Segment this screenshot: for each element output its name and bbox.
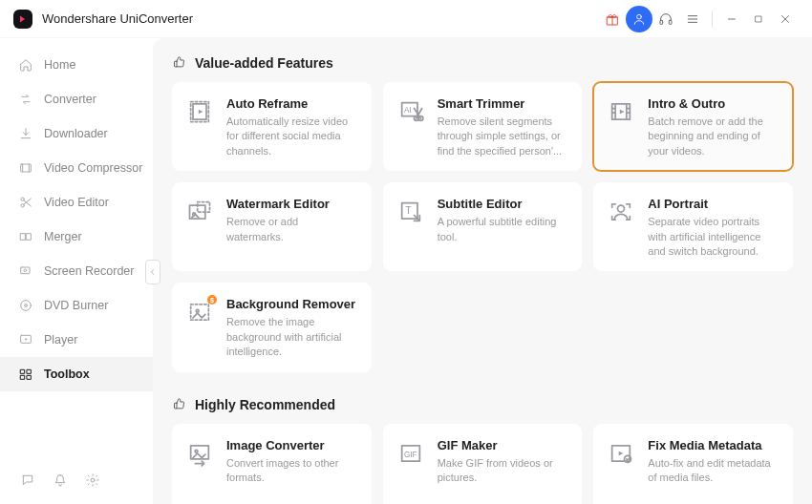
card-smart-trimmer[interactable]: AI Smart TrimmerRemove silent segments t… [383, 82, 583, 171]
svg-text:T: T [405, 205, 412, 217]
sidebar-item-label: Home [44, 58, 75, 72]
svg-point-19 [91, 478, 95, 482]
svg-point-1 [637, 14, 642, 19]
play-icon [17, 331, 34, 348]
card-title: GIF Maker [438, 438, 568, 452]
svg-rect-16 [27, 369, 31, 373]
app-logo [13, 10, 32, 29]
price-badge: $ [207, 295, 217, 304]
watermark-icon [186, 199, 215, 227]
svg-rect-10 [21, 267, 30, 274]
filmstrip-icon [608, 98, 636, 127]
gif-icon: GIF [397, 440, 426, 469]
download-icon [17, 125, 34, 142]
converter-icon [17, 91, 34, 108]
section-heading-recommended: Highly Recommended [172, 397, 793, 412]
sidebar-item-player[interactable]: Player [0, 323, 153, 357]
svg-rect-2 [660, 20, 663, 24]
headset-icon[interactable] [652, 6, 679, 32]
gift-icon[interactable] [599, 6, 626, 32]
sidebar-collapse-handle[interactable] [145, 260, 160, 284]
maximize-button[interactable] [745, 6, 772, 32]
scissors-icon [17, 194, 34, 211]
sidebar: Home Converter Downloader Video Compress… [0, 38, 153, 504]
sidebar-item-downloader[interactable]: Downloader [0, 116, 153, 151]
sidebar-item-label: DVD Burner [44, 299, 108, 312]
svg-point-36 [195, 450, 198, 452]
sidebar-item-video-compressor[interactable]: Video Compressor [0, 151, 153, 185]
card-title: Smart Trimmer [438, 96, 568, 111]
card-desc: Remove silent segments through simple se… [438, 115, 568, 158]
sidebar-item-converter[interactable]: Converter [0, 82, 153, 116]
app-title: Wondershare UniConverter [42, 11, 193, 26]
svg-point-12 [21, 301, 32, 311]
card-image-converter[interactable]: Image ConverterConvert images to other f… [172, 424, 372, 504]
titlebar: Wondershare UniConverter [0, 0, 812, 38]
sidebar-item-merger[interactable]: Merger [0, 220, 153, 254]
sidebar-item-label: Video Compressor [44, 161, 142, 175]
recorder-icon [17, 262, 34, 280]
sidebar-item-label: Merger [44, 230, 82, 243]
user-avatar-icon[interactable] [626, 6, 652, 32]
value-added-grid: Auto ReframeAutomatically resize video f… [172, 82, 793, 372]
portrait-icon [608, 199, 636, 227]
card-title: Background Remover [226, 297, 357, 311]
card-desc: Batch remove or add the beginning and en… [648, 115, 779, 158]
image-convert-icon [186, 440, 215, 469]
toolbox-icon [17, 366, 34, 383]
thumbs-up-icon [172, 55, 187, 71]
card-desc: Separate video portraits with artificial… [648, 215, 779, 259]
card-subtitle-editor[interactable]: T Subtitle EditorA powerful subtitle edi… [383, 182, 583, 271]
merger-icon [17, 228, 34, 245]
trimmer-icon: AI [397, 98, 426, 127]
card-gif-maker[interactable]: GIF GIF MakerMake GIF from videos or pic… [383, 424, 583, 504]
card-title: Fix Media Metadata [648, 438, 779, 452]
feedback-icon[interactable] [19, 472, 36, 489]
card-intro-outro[interactable]: Intro & OutroBatch remove or add the beg… [593, 82, 793, 171]
thumbs-up-icon [172, 397, 187, 412]
card-watermark-editor[interactable]: Watermark EditorRemove or add watermarks… [172, 182, 372, 271]
sidebar-item-screen-recorder[interactable]: Screen Recorder [0, 254, 153, 288]
notifications-icon[interactable] [52, 472, 69, 489]
sidebar-item-home[interactable]: Home [0, 48, 153, 82]
section-heading-text: Highly Recommended [195, 397, 335, 412]
content-area: Value-added Features Auto ReframeAutomat… [153, 38, 812, 504]
sidebar-item-label: Player [44, 333, 77, 346]
card-desc: Remove or add watermarks. [226, 215, 357, 244]
compressor-icon [17, 159, 34, 177]
svg-rect-9 [27, 234, 32, 241]
svg-rect-28 [198, 202, 210, 213]
close-button[interactable] [772, 6, 799, 32]
sidebar-item-toolbox[interactable]: Toolbox [0, 357, 153, 391]
card-desc: Make GIF from videos or pictures. [438, 456, 568, 486]
reframe-icon [186, 98, 215, 127]
settings-icon[interactable] [84, 472, 101, 489]
card-title: Subtitle Editor [438, 197, 568, 211]
svg-point-32 [618, 205, 625, 212]
card-title: Auto Reframe [226, 96, 357, 111]
svg-text:AI: AI [404, 106, 412, 115]
minimize-button[interactable] [718, 6, 745, 32]
svg-rect-15 [21, 369, 25, 373]
svg-rect-4 [756, 16, 761, 22]
svg-point-13 [25, 304, 28, 307]
sidebar-item-video-editor[interactable]: Video Editor [0, 185, 153, 220]
metadata-icon [608, 440, 636, 469]
card-background-remover[interactable]: $ Background RemoverRemove the image bac… [172, 283, 372, 371]
sidebar-item-label: Converter [44, 93, 96, 106]
card-desc: Convert images to other formats. [226, 456, 357, 486]
card-fix-metadata[interactable]: Fix Media MetadataAuto-fix and edit meta… [593, 424, 793, 504]
card-title: Image Converter [226, 438, 357, 452]
card-title: Watermark Editor [226, 197, 357, 211]
card-desc: A powerful subtitle editing tool. [438, 215, 568, 244]
section-heading-text: Value-added Features [195, 55, 333, 71]
card-auto-reframe[interactable]: Auto ReframeAutomatically resize video f… [172, 82, 372, 171]
svg-rect-3 [669, 20, 672, 24]
hamburger-menu-icon[interactable] [679, 6, 706, 32]
card-desc: Remove the image background with artific… [226, 315, 357, 359]
card-desc: Auto-fix and edit metadata of media file… [648, 456, 779, 486]
sidebar-footer [0, 472, 153, 504]
sidebar-item-dvd-burner[interactable]: DVD Burner [0, 288, 153, 323]
sidebar-item-label: Toolbox [44, 368, 90, 381]
card-ai-portrait[interactable]: AI PortraitSeparate video portraits with… [593, 182, 793, 271]
